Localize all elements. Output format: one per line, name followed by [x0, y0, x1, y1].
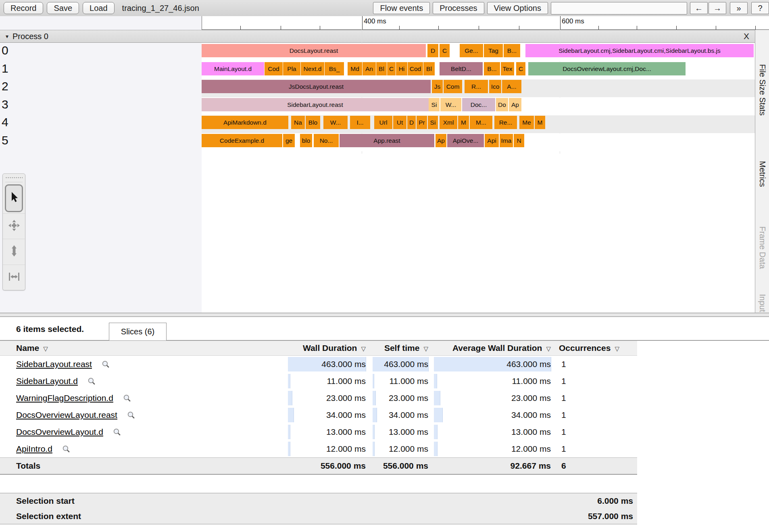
trace-slice[interactable]: Ap	[509, 98, 521, 111]
magnifier-icon[interactable]	[62, 445, 71, 453]
help-button[interactable]: ?	[751, 2, 769, 14]
trace-slice[interactable]: Ap	[436, 134, 446, 147]
pan-tool[interactable]	[3, 213, 25, 239]
trace-slice[interactable]: BeltD...	[440, 62, 483, 75]
track-row[interactable]: CodeExample.dgebloNo...App.reastApApiOve…	[202, 134, 755, 151]
trace-slice[interactable]: SidebarLayout.reast	[202, 98, 429, 111]
trace-slice[interactable]: Next.d	[301, 62, 324, 75]
trace-slice[interactable]: Ut	[393, 116, 406, 129]
trace-slice[interactable]: D	[407, 116, 416, 129]
record-button[interactable]: Record	[4, 2, 43, 14]
trace-slice[interactable]: App.reast	[340, 134, 434, 147]
trace-slice[interactable]: Me	[519, 116, 534, 129]
collapse-triangle-icon[interactable]: ▾	[6, 33, 8, 40]
trace-slice[interactable]: Tex	[501, 62, 514, 75]
sidebar-tab-file-size-stats[interactable]: File Size Stats	[758, 64, 767, 116]
trace-slice[interactable]: M...	[470, 116, 492, 129]
track-row[interactable]: DocsLayout.reastDCGe...TagB...SidebarLay…	[202, 44, 755, 61]
search-input[interactable]	[551, 2, 687, 15]
save-button[interactable]: Save	[47, 2, 79, 14]
tab-slices[interactable]: Slices (6)	[109, 323, 167, 340]
trace-slice[interactable]: SidebarLayout.cmj,SidebarLayout.cmi,Side…	[525, 44, 754, 57]
flame-chart[interactable]: DocsLayout.reastDCGe...TagB...SidebarLay…	[202, 44, 755, 152]
magnifier-icon[interactable]	[127, 411, 135, 419]
palette-drag-handle[interactable]	[5, 175, 23, 182]
trace-slice[interactable]: ge	[283, 134, 295, 147]
trace-slice[interactable]: Re...	[494, 116, 517, 129]
trace-slice[interactable]: D	[427, 44, 438, 57]
trace-slice[interactable]: A...	[502, 80, 521, 93]
trace-slice[interactable]: Cod	[408, 62, 423, 75]
trace-slice[interactable]: Si	[428, 116, 438, 129]
trace-slice[interactable]: An	[363, 62, 376, 75]
slice-name-link[interactable]: ApiIntro.d	[16, 444, 52, 454]
trace-slice[interactable]: blo	[300, 134, 312, 147]
processes-button[interactable]: Processes	[433, 2, 484, 14]
slice-name-link[interactable]: DocsOverviewLayout.reast	[16, 410, 117, 420]
trace-slice[interactable]: Url	[374, 116, 392, 129]
trace-slice[interactable]: Bs_	[325, 62, 344, 75]
trace-slice[interactable]: Hi	[396, 62, 407, 75]
track-row[interactable]: SidebarLayout.reastSiW...Doc...DoAp	[202, 98, 755, 115]
column-header-self-time[interactable]: Self time▽	[373, 343, 428, 353]
track-row[interactable]: ApiMarkdown.dNaBloW...I...UrlUtDPrSiXmlM…	[202, 115, 755, 133]
trace-slice[interactable]: W...	[440, 98, 461, 111]
trace-slice[interactable]: Blo	[306, 116, 320, 129]
trace-slice[interactable]: Com	[444, 80, 462, 93]
process-0-header[interactable]: ▾ Process 0 X	[0, 30, 755, 43]
trace-slice[interactable]: C	[387, 62, 396, 75]
trace-slice[interactable]: B...	[504, 44, 520, 57]
track-row[interactable]: MainLayout.dCodPlaNext.dBs_MdAnBlCHiCodB…	[202, 62, 755, 79]
close-icon[interactable]: X	[744, 31, 749, 41]
trace-slice[interactable]: Bl	[423, 62, 435, 75]
trace-slice[interactable]: I...	[350, 116, 370, 129]
slice-name-link[interactable]: SidebarLayout.reast	[16, 359, 92, 369]
trace-slice[interactable]: Ge...	[460, 44, 483, 57]
trace-slice[interactable]: Md	[348, 62, 362, 75]
trace-slice[interactable]: Pla	[283, 62, 300, 75]
find-previous-button[interactable]: ←	[690, 2, 708, 14]
more-button[interactable]: »	[730, 2, 748, 14]
trace-slice[interactable]: R...	[465, 80, 488, 93]
trace-slice[interactable]: B...	[484, 62, 500, 75]
trace-slice[interactable]: Cod	[265, 62, 283, 75]
timeline-ruler[interactable]: 400 ms600 ms	[202, 16, 769, 30]
load-button[interactable]: Load	[83, 2, 115, 14]
view-options-button[interactable]: View Options	[487, 2, 548, 14]
trace-slice[interactable]: Si	[429, 98, 440, 111]
trace-slice[interactable]: MainLayout.d	[202, 62, 264, 75]
trace-slice[interactable]: M	[535, 116, 545, 129]
zoom-tool[interactable]	[3, 239, 25, 265]
trace-slice[interactable]: Na	[291, 116, 305, 129]
magnifier-icon[interactable]	[123, 394, 131, 403]
magnifier-icon[interactable]	[102, 360, 110, 369]
trace-slice[interactable]: M	[458, 116, 469, 129]
trace-slice[interactable]: CodeExample.d	[202, 134, 282, 147]
magnifier-icon[interactable]	[113, 428, 121, 436]
trace-slice[interactable]: DocsOverviewLayout.cmj,Doc...	[528, 62, 686, 75]
trace-slice[interactable]: Pr	[417, 116, 427, 129]
slice-name-link[interactable]: WarningFlagDescription.d	[16, 393, 113, 403]
trace-slice[interactable]: Do	[496, 98, 508, 111]
column-header-occurrences[interactable]: Occurrences▽	[559, 343, 637, 353]
sort-triangle-icon[interactable]: ▽	[361, 345, 366, 352]
trace-slice[interactable]: Xml	[440, 116, 457, 129]
trace-slice[interactable]: Tag	[484, 44, 503, 57]
column-header-name[interactable]: Name▽	[16, 343, 288, 353]
sort-triangle-icon[interactable]: ▽	[546, 345, 551, 352]
slice-name-link[interactable]: DocsOverviewLayout.d	[16, 427, 103, 437]
trace-slice[interactable]: DocsLayout.reast	[202, 44, 426, 57]
trace-slice[interactable]: ApiMarkdown.d	[202, 116, 288, 129]
trace-slice[interactable]: C	[440, 44, 450, 57]
sort-triangle-icon[interactable]: ▽	[615, 345, 619, 352]
panel-divider[interactable]	[0, 313, 769, 317]
slice-name-link[interactable]: SidebarLayout.d	[16, 376, 78, 386]
trace-slice[interactable]: W...	[323, 116, 348, 129]
timing-tool[interactable]	[3, 265, 25, 290]
trace-slice[interactable]: Js	[432, 80, 443, 93]
trace-slice[interactable]: Api	[485, 134, 499, 147]
selection-tool[interactable]	[5, 184, 23, 212]
trace-slice[interactable]: N	[514, 134, 524, 147]
sidebar-tab-metrics[interactable]: Metrics	[758, 161, 767, 187]
trace-slice[interactable]: Ico	[489, 80, 501, 93]
